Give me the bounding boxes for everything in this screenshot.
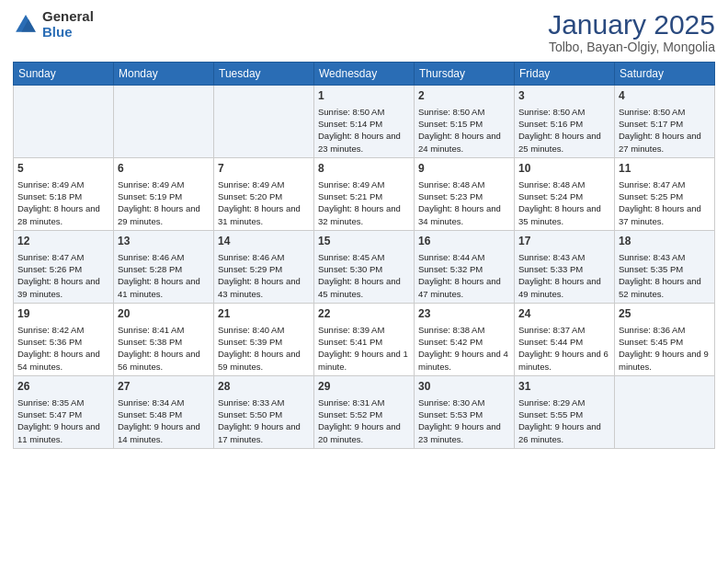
cell-text-line: Sunset: 5:35 PM bbox=[619, 263, 711, 275]
logo-text: General Blue bbox=[42, 9, 94, 40]
cell-text-line: Sunrise: 8:49 AM bbox=[218, 178, 310, 190]
cell-text-line: Sunset: 5:50 PM bbox=[218, 408, 310, 420]
day-number: 24 bbox=[518, 306, 610, 322]
cell-text-line: Daylight: 9 hours and 11 minutes. bbox=[17, 420, 109, 445]
day-number: 12 bbox=[17, 234, 109, 249]
table-cell: 27Sunrise: 8:34 AMSunset: 5:48 PMDayligh… bbox=[114, 375, 214, 448]
day-number: 8 bbox=[318, 161, 410, 177]
table-cell: 9Sunrise: 8:48 AMSunset: 5:23 PMDaylight… bbox=[415, 157, 515, 230]
cell-text-line: Sunrise: 8:48 AM bbox=[518, 178, 610, 190]
table-cell: 17Sunrise: 8:43 AMSunset: 5:33 PMDayligh… bbox=[515, 230, 615, 303]
cell-text-line: Daylight: 9 hours and 20 minutes. bbox=[318, 420, 410, 445]
col-wednesday: Wednesday bbox=[314, 63, 415, 86]
cell-text-line: Sunrise: 8:36 AM bbox=[619, 324, 711, 336]
cell-text-line: Daylight: 8 hours and 35 minutes. bbox=[518, 202, 610, 227]
cell-text-line: Daylight: 8 hours and 28 minutes. bbox=[17, 202, 109, 227]
cell-text-line: Sunrise: 8:41 AM bbox=[118, 324, 210, 336]
cell-text-line: Daylight: 8 hours and 37 minutes. bbox=[619, 202, 711, 227]
table-cell: 13Sunrise: 8:46 AMSunset: 5:28 PMDayligh… bbox=[114, 230, 214, 303]
table-cell bbox=[214, 86, 314, 158]
cell-text-line: Sunset: 5:25 PM bbox=[619, 190, 711, 202]
cell-text-line: Sunrise: 8:49 AM bbox=[118, 178, 210, 190]
table-cell: 29Sunrise: 8:31 AMSunset: 5:52 PMDayligh… bbox=[314, 375, 415, 448]
calendar-week-row: 5Sunrise: 8:49 AMSunset: 5:18 PMDaylight… bbox=[14, 157, 715, 230]
cell-text-line: Daylight: 9 hours and 17 minutes. bbox=[218, 420, 310, 445]
logo-icon bbox=[13, 12, 39, 38]
col-saturday: Saturday bbox=[615, 63, 715, 86]
day-number: 17 bbox=[518, 234, 610, 249]
cell-text-line: Daylight: 8 hours and 56 minutes. bbox=[118, 348, 210, 373]
cell-text-line: Daylight: 8 hours and 54 minutes. bbox=[17, 348, 109, 373]
cell-text-line: Sunset: 5:24 PM bbox=[518, 190, 610, 202]
cell-text-line: Sunset: 5:39 PM bbox=[218, 336, 310, 348]
day-number: 7 bbox=[218, 161, 310, 177]
day-number: 23 bbox=[418, 306, 510, 322]
cell-text-line: Sunset: 5:15 PM bbox=[418, 118, 510, 130]
day-number: 10 bbox=[518, 161, 610, 177]
cell-text-line: Sunrise: 8:48 AM bbox=[418, 178, 510, 190]
day-number: 30 bbox=[418, 379, 510, 395]
table-cell: 6Sunrise: 8:49 AMSunset: 5:19 PMDaylight… bbox=[114, 157, 214, 230]
table-cell bbox=[114, 86, 214, 158]
table-cell: 1Sunrise: 8:50 AMSunset: 5:14 PMDaylight… bbox=[314, 86, 415, 158]
day-number: 1 bbox=[318, 88, 410, 104]
cell-text-line: Sunrise: 8:50 AM bbox=[318, 106, 410, 118]
table-cell: 12Sunrise: 8:47 AMSunset: 5:26 PMDayligh… bbox=[14, 230, 114, 303]
table-cell: 11Sunrise: 8:47 AMSunset: 5:25 PMDayligh… bbox=[615, 157, 715, 230]
cell-text-line: Sunrise: 8:43 AM bbox=[518, 251, 610, 263]
table-cell: 26Sunrise: 8:35 AMSunset: 5:47 PMDayligh… bbox=[14, 375, 114, 448]
table-cell: 28Sunrise: 8:33 AMSunset: 5:50 PMDayligh… bbox=[214, 375, 314, 448]
col-friday: Friday bbox=[515, 63, 615, 86]
cell-text-line: Sunrise: 8:33 AM bbox=[218, 396, 310, 408]
table-cell: 4Sunrise: 8:50 AMSunset: 5:17 PMDaylight… bbox=[615, 86, 715, 158]
table-cell: 14Sunrise: 8:46 AMSunset: 5:29 PMDayligh… bbox=[214, 230, 314, 303]
cell-text-line: Sunset: 5:16 PM bbox=[518, 118, 610, 130]
cell-text-line: Sunset: 5:33 PM bbox=[518, 263, 610, 275]
cell-text-line: Sunset: 5:20 PM bbox=[218, 190, 310, 202]
calendar-header-row: Sunday Monday Tuesday Wednesday Thursday… bbox=[14, 63, 715, 86]
cell-text-line: Sunset: 5:45 PM bbox=[619, 336, 711, 348]
col-thursday: Thursday bbox=[415, 63, 515, 86]
cell-text-line: Sunrise: 8:47 AM bbox=[17, 251, 109, 263]
calendar-week-row: 1Sunrise: 8:50 AMSunset: 5:14 PMDaylight… bbox=[14, 86, 715, 158]
day-number: 28 bbox=[218, 379, 310, 395]
cell-text-line: Daylight: 8 hours and 41 minutes. bbox=[118, 275, 210, 300]
table-cell bbox=[615, 375, 715, 448]
cell-text-line: Sunrise: 8:29 AM bbox=[518, 396, 610, 408]
day-number: 22 bbox=[318, 306, 410, 322]
cell-text-line: Sunrise: 8:34 AM bbox=[118, 396, 210, 408]
day-number: 9 bbox=[418, 161, 510, 177]
cell-text-line: Sunset: 5:30 PM bbox=[318, 263, 410, 275]
title-block: January 2025 Tolbo, Bayan-Olgiy, Mongoli… bbox=[548, 9, 715, 54]
cell-text-line: Sunrise: 8:46 AM bbox=[118, 251, 210, 263]
calendar-week-row: 19Sunrise: 8:42 AMSunset: 5:36 PMDayligh… bbox=[14, 303, 715, 375]
table-cell: 10Sunrise: 8:48 AMSunset: 5:24 PMDayligh… bbox=[515, 157, 615, 230]
table-cell: 24Sunrise: 8:37 AMSunset: 5:44 PMDayligh… bbox=[515, 303, 615, 375]
cell-text-line: Daylight: 8 hours and 31 minutes. bbox=[218, 202, 310, 227]
table-cell: 15Sunrise: 8:45 AMSunset: 5:30 PMDayligh… bbox=[314, 230, 415, 303]
cell-text-line: Sunrise: 8:35 AM bbox=[17, 396, 109, 408]
table-cell: 7Sunrise: 8:49 AMSunset: 5:20 PMDaylight… bbox=[214, 157, 314, 230]
cell-text-line: Sunrise: 8:49 AM bbox=[17, 178, 109, 190]
col-tuesday: Tuesday bbox=[214, 63, 314, 86]
table-cell: 25Sunrise: 8:36 AMSunset: 5:45 PMDayligh… bbox=[615, 303, 715, 375]
cell-text-line: Daylight: 8 hours and 43 minutes. bbox=[218, 275, 310, 300]
cell-text-line: Sunset: 5:19 PM bbox=[118, 190, 210, 202]
day-number: 13 bbox=[118, 234, 210, 249]
cell-text-line: Sunrise: 8:37 AM bbox=[518, 324, 610, 336]
day-number: 4 bbox=[619, 88, 711, 104]
calendar-table: Sunday Monday Tuesday Wednesday Thursday… bbox=[13, 62, 715, 449]
cell-text-line: Daylight: 8 hours and 47 minutes. bbox=[418, 275, 510, 300]
day-number: 6 bbox=[118, 161, 210, 177]
cell-text-line: Daylight: 8 hours and 32 minutes. bbox=[318, 202, 410, 227]
cell-text-line: Daylight: 8 hours and 27 minutes. bbox=[619, 130, 711, 155]
cell-text-line: Daylight: 8 hours and 45 minutes. bbox=[318, 275, 410, 300]
table-cell: 19Sunrise: 8:42 AMSunset: 5:36 PMDayligh… bbox=[14, 303, 114, 375]
day-number: 2 bbox=[418, 88, 510, 104]
cell-text-line: Daylight: 9 hours and 6 minutes. bbox=[518, 348, 610, 373]
cell-text-line: Sunset: 5:36 PM bbox=[17, 336, 109, 348]
header: General Blue January 2025 Tolbo, Bayan-O… bbox=[13, 9, 715, 54]
cell-text-line: Sunrise: 8:38 AM bbox=[418, 324, 510, 336]
cell-text-line: Sunset: 5:17 PM bbox=[619, 118, 711, 130]
calendar-title: January 2025 bbox=[548, 9, 715, 40]
